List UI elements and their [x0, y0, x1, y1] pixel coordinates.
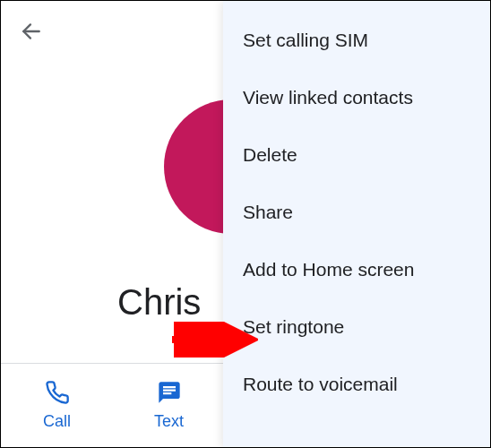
menu-item-view-linked-contacts[interactable]: View linked contacts [223, 69, 490, 126]
contact-name: Chris [117, 282, 201, 323]
overflow-menu: Set calling SIM View linked contacts Del… [223, 1, 490, 448]
menu-item-add-to-home[interactable]: Add to Home screen [223, 241, 490, 298]
arrow-back-icon [20, 20, 43, 47]
call-button[interactable]: Call [1, 371, 113, 440]
menu-item-route-to-voicemail[interactable]: Route to voicemail [223, 356, 490, 413]
back-button[interactable] [17, 19, 46, 47]
menu-item-set-ringtone[interactable]: Set ringtone [223, 298, 490, 356]
text-label: Text [154, 412, 184, 431]
menu-item-delete[interactable]: Delete [223, 126, 490, 184]
phone-icon [45, 380, 70, 405]
text-button[interactable]: Text [113, 371, 225, 440]
menu-item-share[interactable]: Share [223, 184, 490, 241]
call-label: Call [43, 412, 71, 431]
message-icon [157, 380, 182, 405]
menu-item-set-calling-sim[interactable]: Set calling SIM [223, 12, 490, 69]
